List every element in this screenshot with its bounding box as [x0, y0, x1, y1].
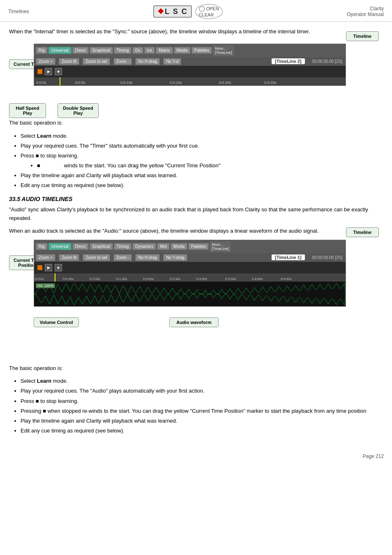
tb-timing[interactable]: Timing: [114, 47, 132, 54]
t2-30: 0:0:30s: [63, 277, 74, 281]
zoom2-plus[interactable]: Zoom +: [36, 254, 55, 261]
manual-subtitle: Operator Manual: [347, 12, 384, 17]
ruler-1: 0:0:0s 0:0:5s 0:0:10s 0:0:15s 0:0:20s 0:…: [34, 77, 346, 86]
open-clear-logo: ◯ OPENCLEAR: [195, 4, 223, 19]
t2-100: 0:1:00s: [90, 277, 100, 281]
waveform-upper: [34, 283, 346, 294]
basic-op-list-2: Select Learn mode. Play your required cu…: [21, 377, 383, 435]
logo-area: ❖L S C ◯ OPENCLEAR: [153, 4, 223, 19]
toolbar-2: Rig Universal Direct Graphical Timing Dy…: [34, 240, 346, 253]
tb2-universal[interactable]: Universal: [48, 243, 71, 250]
zoom-to-sel[interactable]: Zoom to sel: [83, 58, 110, 65]
timeline1-ui: Rig Universal Direct Graphical Timing Du…: [34, 44, 346, 86]
sub-list-item: ■ winds to the start. You can drag the y…: [37, 161, 383, 170]
callout-spacer: [9, 340, 383, 364]
ruler-2: 0:0:0s 0:0:30s 0:1:00s 0:1:30s 0:2:00s 0…: [34, 273, 346, 282]
basic-op-list-1: Select Learn mode. Play your required cu…: [21, 132, 383, 190]
tb-du[interactable]: Du: [132, 47, 143, 54]
timeline2-wrapper: Current TimePosition Rig Universal Direc…: [9, 240, 383, 307]
tb2-direct[interactable]: Direct: [72, 243, 89, 250]
tb-direct[interactable]: Direct: [72, 47, 89, 54]
no2-ydrag[interactable]: No Y-drag: [163, 254, 187, 261]
t2-0: 0:0:0s: [35, 277, 44, 281]
tb-graphical[interactable]: Graphical: [90, 47, 113, 54]
zoom-plus[interactable]: Zoom +: [36, 58, 55, 65]
transport-2: ▶ ■: [34, 262, 346, 273]
tb2-graphical[interactable]: Graphical: [90, 243, 113, 250]
tb2-more[interactable]: More...[TimeLine]: [210, 241, 231, 252]
transport-1: ▶ ■: [34, 66, 346, 77]
section-label: Timelines: [8, 9, 29, 14]
stop-indicator-2: [37, 265, 42, 270]
duration-2: 00:00:00.00 [2S]: [312, 255, 342, 260]
list-item: Press ■ to stop learning.: [21, 151, 383, 160]
t2-400: 0:4:00s: [252, 277, 263, 281]
waveform-lower: [34, 294, 346, 305]
tb-media[interactable]: Media: [174, 47, 191, 54]
zoom-bar-2: Zoom + Zoom fit Zoom to sel Zoom - No H-…: [34, 253, 346, 262]
zoom2-to-sel[interactable]: Zoom to sel: [83, 254, 110, 261]
time-0: 0:0:0s: [36, 81, 46, 85]
list-item: Select Learn mode.: [21, 377, 383, 386]
timeline-badge-callout-1: Timeline: [346, 31, 379, 41]
manual-info: Clarity Operator Manual: [347, 6, 384, 17]
list-item: ■ winds to the start. You can drag the y…: [29, 161, 383, 170]
waveform-area: Vol: 100% // We'll draw this inline with…: [34, 282, 346, 306]
list-item: Edit any cue timing as required (see bel…: [21, 181, 383, 190]
zoom2-minus[interactable]: Zoom -: [113, 254, 132, 261]
timeline2-ui: Rig Universal Direct Graphical Timing Dy…: [34, 240, 346, 307]
playhead-2: [55, 273, 55, 282]
timeline1-wrapper: Current Time Position Rig Universal Dire…: [9, 44, 383, 86]
half-speed-callout: Half SpeedPlay: [9, 103, 46, 118]
zoom-fit[interactable]: Zoom fit: [59, 58, 79, 65]
timeline-name-2: [TimeLine 1]: [272, 254, 305, 260]
stop-btn-1[interactable]: ■: [55, 68, 62, 75]
duration-1: 00:00:00.00 [2S]: [312, 59, 342, 64]
tb-rig[interactable]: Rig: [36, 47, 48, 54]
vol-label: Vol: 100%: [36, 283, 55, 288]
no2-hdrag[interactable]: No H-drag: [135, 254, 160, 261]
t2-130: 0:1:30s: [116, 277, 127, 281]
stop-btn-2[interactable]: ■: [55, 264, 62, 271]
tb-ics[interactable]: ics: [144, 47, 155, 54]
tb2-rig[interactable]: Rig: [36, 243, 48, 250]
tb2-dynamics[interactable]: Dynamics: [132, 243, 156, 250]
tb2-timing[interactable]: Timing: [114, 243, 132, 250]
no-yd[interactable]: No Y-d: [163, 58, 181, 65]
page-header: Timelines ❖L S C ◯ OPENCLEAR Clarity Ope…: [0, 0, 392, 22]
klsc-logo: ❖L S C: [153, 5, 192, 18]
tb2-met[interactable]: Met: [157, 243, 170, 250]
section-heading-audio: 33.5 AUDIO TIMELINES: [9, 196, 383, 202]
tb-palettes[interactable]: Palettes: [191, 47, 212, 54]
main-content: When the "Internal" timer is selected as…: [0, 22, 392, 445]
tb-universal[interactable]: Universal: [48, 47, 71, 54]
zoom-bar-1: Zoom + Zoom fit Zoom to sel Zoom - No H-…: [34, 57, 346, 66]
t2-330: 0:3:30s: [225, 277, 236, 281]
zoom-minus[interactable]: Zoom -: [113, 58, 132, 65]
intro-paragraph: When the "Internal" timer is selected as…: [9, 28, 383, 36]
audio-intro-2: When an audio track is selected as the "…: [9, 227, 383, 236]
play-btn-2[interactable]: ▶: [45, 264, 52, 271]
double-speed-callout: Double SpeedPlay: [58, 103, 99, 118]
time-10: 0:0:10s: [120, 81, 133, 85]
time-25: 0:0:25s: [264, 81, 277, 85]
list-item: Play your required cues. The "Timer" sta…: [21, 141, 383, 150]
tb2-media[interactable]: Media: [171, 243, 187, 250]
stop-indicator: [37, 69, 42, 74]
no-hdrag[interactable]: No H-drag: [135, 58, 160, 65]
t2-230: 0:2:30s: [170, 277, 180, 281]
list-item: Edit any cue timing as required (see bel…: [21, 426, 383, 435]
tb-matrix[interactable]: Matrix: [156, 47, 173, 54]
time-20: 0:0:20s: [219, 81, 231, 85]
t2-300: 0:3:00s: [196, 277, 207, 281]
playhead-1: [60, 77, 60, 86]
t2-430: 0:4:30s: [281, 277, 291, 281]
play-btn-1[interactable]: ▶: [45, 68, 52, 75]
time-15: 0:0:15s: [170, 81, 182, 85]
waveform-svg: // We'll draw this inline with polyline: [34, 282, 346, 306]
zoom2-fit[interactable]: Zoom fit: [59, 254, 79, 261]
audio-waveform-callout: Audio waveform: [169, 317, 219, 327]
tb2-palettes[interactable]: Palettes: [188, 243, 209, 250]
tb-more[interactable]: More...[TimeLine]: [213, 45, 234, 56]
toolbar-1: Rig Universal Direct Graphical Timing Du…: [34, 44, 346, 57]
